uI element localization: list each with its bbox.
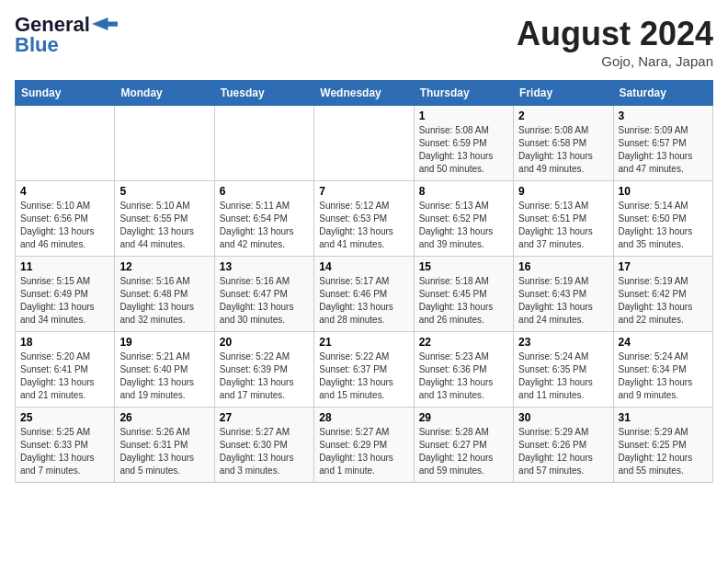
day-info: Sunrise: 5:12 AM Sunset: 6:53 PM Dayligh…: [319, 200, 408, 251]
day-info: Sunrise: 5:27 AM Sunset: 6:29 PM Dayligh…: [319, 426, 408, 477]
day-info: Sunrise: 5:09 AM Sunset: 6:57 PM Dayligh…: [619, 124, 708, 176]
calendar-cell: [16, 106, 115, 181]
weekday-header: Wednesday: [314, 81, 414, 106]
day-number: 12: [119, 260, 209, 273]
day-number: 6: [220, 185, 309, 198]
calendar-week-row: 1Sunrise: 5:08 AM Sunset: 6:59 PM Daylig…: [16, 106, 713, 181]
calendar-cell: 13Sunrise: 5:16 AM Sunset: 6:47 PM Dayli…: [214, 257, 313, 332]
day-number: 10: [619, 185, 708, 198]
day-number: 29: [419, 411, 508, 424]
day-number: 15: [419, 260, 508, 273]
day-info: Sunrise: 5:28 AM Sunset: 6:27 PM Dayligh…: [419, 426, 508, 477]
day-number: 21: [319, 336, 408, 349]
weekday-row: SundayMondayTuesdayWednesdayThursdayFrid…: [16, 81, 713, 106]
day-number: 17: [619, 260, 708, 273]
day-info: Sunrise: 5:19 AM Sunset: 6:43 PM Dayligh…: [518, 275, 608, 327]
day-number: 16: [518, 260, 608, 273]
day-number: 23: [518, 336, 608, 349]
title-block: August 2024 Gojo, Nara, Japan: [517, 15, 713, 69]
day-info: Sunrise: 5:16 AM Sunset: 6:47 PM Dayligh…: [220, 275, 309, 327]
day-info: Sunrise: 5:08 AM Sunset: 6:59 PM Dayligh…: [419, 124, 508, 176]
day-info: Sunrise: 5:20 AM Sunset: 6:41 PM Dayligh…: [20, 350, 109, 402]
calendar-cell: 27Sunrise: 5:27 AM Sunset: 6:30 PM Dayli…: [214, 408, 313, 483]
calendar-cell: 23Sunrise: 5:24 AM Sunset: 6:35 PM Dayli…: [514, 332, 613, 408]
day-number: 24: [619, 336, 708, 349]
day-number: 22: [419, 336, 508, 349]
calendar-cell: 29Sunrise: 5:28 AM Sunset: 6:27 PM Dayli…: [414, 408, 513, 483]
calendar-cell: 7Sunrise: 5:12 AM Sunset: 6:53 PM Daylig…: [314, 181, 414, 257]
day-number: 13: [220, 260, 309, 273]
day-info: Sunrise: 5:22 AM Sunset: 6:39 PM Dayligh…: [220, 350, 309, 402]
day-info: Sunrise: 5:18 AM Sunset: 6:45 PM Dayligh…: [419, 275, 508, 327]
calendar-cell: 19Sunrise: 5:21 AM Sunset: 6:40 PM Dayli…: [115, 332, 214, 408]
calendar-cell: 1Sunrise: 5:08 AM Sunset: 6:59 PM Daylig…: [414, 106, 513, 181]
calendar-cell: 18Sunrise: 5:20 AM Sunset: 6:41 PM Dayli…: [16, 332, 115, 408]
calendar-cell: 25Sunrise: 5:25 AM Sunset: 6:33 PM Dayli…: [16, 408, 115, 483]
calendar-cell: 6Sunrise: 5:11 AM Sunset: 6:54 PM Daylig…: [214, 181, 313, 257]
page-header: General Blue August 2024 Gojo, Nara, Jap…: [15, 15, 713, 69]
calendar-cell: 8Sunrise: 5:13 AM Sunset: 6:52 PM Daylig…: [414, 181, 513, 257]
day-info: Sunrise: 5:16 AM Sunset: 6:48 PM Dayligh…: [119, 275, 209, 327]
calendar-cell: 22Sunrise: 5:23 AM Sunset: 6:36 PM Dayli…: [414, 332, 513, 408]
calendar-cell: 24Sunrise: 5:24 AM Sunset: 6:34 PM Dayli…: [613, 332, 712, 408]
weekday-header: Thursday: [414, 81, 513, 106]
day-info: Sunrise: 5:22 AM Sunset: 6:37 PM Dayligh…: [319, 350, 408, 402]
day-number: 1: [419, 109, 508, 122]
calendar-cell: 11Sunrise: 5:15 AM Sunset: 6:49 PM Dayli…: [16, 257, 115, 332]
day-number: 5: [119, 185, 209, 198]
calendar-cell: [115, 106, 214, 181]
day-info: Sunrise: 5:10 AM Sunset: 6:56 PM Dayligh…: [20, 200, 109, 251]
calendar-cell: 17Sunrise: 5:19 AM Sunset: 6:42 PM Dayli…: [613, 257, 712, 332]
day-number: 9: [518, 185, 608, 198]
calendar-cell: 31Sunrise: 5:29 AM Sunset: 6:25 PM Dayli…: [613, 408, 712, 483]
calendar-cell: 3Sunrise: 5:09 AM Sunset: 6:57 PM Daylig…: [613, 106, 712, 181]
calendar-cell: [214, 106, 313, 181]
day-number: 18: [20, 336, 109, 349]
day-number: 4: [20, 185, 109, 198]
day-number: 3: [619, 109, 708, 122]
calendar-week-row: 25Sunrise: 5:25 AM Sunset: 6:33 PM Dayli…: [16, 408, 713, 483]
svg-marker-0: [92, 17, 118, 30]
calendar-cell: 14Sunrise: 5:17 AM Sunset: 6:46 PM Dayli…: [314, 257, 414, 332]
logo-text: General: [15, 15, 90, 35]
calendar-cell: 9Sunrise: 5:13 AM Sunset: 6:51 PM Daylig…: [514, 181, 613, 257]
calendar-body: 1Sunrise: 5:08 AM Sunset: 6:59 PM Daylig…: [16, 106, 713, 483]
day-number: 19: [119, 336, 209, 349]
weekday-header: Friday: [514, 81, 613, 106]
calendar-cell: 2Sunrise: 5:08 AM Sunset: 6:58 PM Daylig…: [514, 106, 613, 181]
calendar-header: SundayMondayTuesdayWednesdayThursdayFrid…: [16, 81, 713, 106]
day-info: Sunrise: 5:23 AM Sunset: 6:36 PM Dayligh…: [419, 350, 508, 402]
calendar-cell: 4Sunrise: 5:10 AM Sunset: 6:56 PM Daylig…: [16, 181, 115, 257]
day-number: 2: [518, 109, 608, 122]
day-info: Sunrise: 5:29 AM Sunset: 6:26 PM Dayligh…: [518, 426, 608, 477]
calendar-cell: 26Sunrise: 5:26 AM Sunset: 6:31 PM Dayli…: [115, 408, 214, 483]
location-subtitle: Gojo, Nara, Japan: [517, 53, 713, 69]
day-number: 30: [518, 411, 608, 424]
day-number: 14: [319, 260, 408, 273]
calendar-week-row: 4Sunrise: 5:10 AM Sunset: 6:56 PM Daylig…: [16, 181, 713, 257]
day-info: Sunrise: 5:24 AM Sunset: 6:35 PM Dayligh…: [518, 350, 608, 402]
calendar-cell: 28Sunrise: 5:27 AM Sunset: 6:29 PM Dayli…: [314, 408, 414, 483]
day-info: Sunrise: 5:14 AM Sunset: 6:50 PM Dayligh…: [619, 200, 708, 251]
calendar-cell: 30Sunrise: 5:29 AM Sunset: 6:26 PM Dayli…: [514, 408, 613, 483]
day-number: 26: [119, 411, 209, 424]
calendar-cell: 12Sunrise: 5:16 AM Sunset: 6:48 PM Dayli…: [115, 257, 214, 332]
weekday-header: Sunday: [16, 81, 115, 106]
calendar-cell: 5Sunrise: 5:10 AM Sunset: 6:55 PM Daylig…: [115, 181, 214, 257]
logo-blue-text: Blue: [15, 35, 59, 55]
day-info: Sunrise: 5:24 AM Sunset: 6:34 PM Dayligh…: [619, 350, 708, 402]
day-info: Sunrise: 5:13 AM Sunset: 6:51 PM Dayligh…: [518, 200, 608, 251]
calendar-cell: 15Sunrise: 5:18 AM Sunset: 6:45 PM Dayli…: [414, 257, 513, 332]
day-number: 25: [20, 411, 109, 424]
calendar-cell: 10Sunrise: 5:14 AM Sunset: 6:50 PM Dayli…: [613, 181, 712, 257]
logo: General Blue: [15, 15, 118, 55]
day-info: Sunrise: 5:25 AM Sunset: 6:33 PM Dayligh…: [20, 426, 109, 477]
day-number: 7: [319, 185, 408, 198]
calendar-cell: [314, 106, 414, 181]
weekday-header: Saturday: [613, 81, 712, 106]
calendar-week-row: 11Sunrise: 5:15 AM Sunset: 6:49 PM Dayli…: [16, 257, 713, 332]
month-title: August 2024: [517, 15, 713, 53]
weekday-header: Monday: [115, 81, 214, 106]
day-info: Sunrise: 5:13 AM Sunset: 6:52 PM Dayligh…: [419, 200, 508, 251]
weekday-header: Tuesday: [214, 81, 313, 106]
